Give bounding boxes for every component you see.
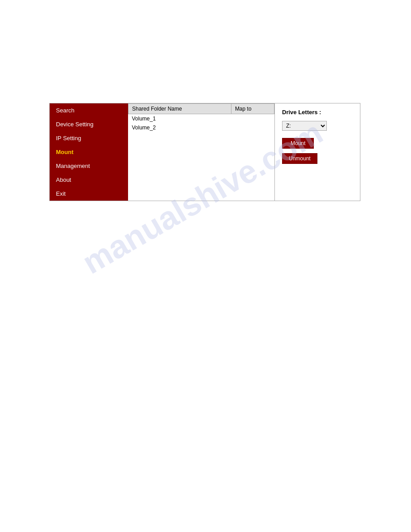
folder-name-cell: Volume_1 bbox=[128, 114, 231, 124]
sidebar: Search Device Setting IP Setting Mount M… bbox=[50, 103, 128, 201]
sidebar-item-management[interactable]: Management bbox=[50, 159, 128, 173]
drive-select[interactable]: Z:Y:X:W:V:U:T:S: bbox=[282, 121, 327, 131]
drive-panel: Drive Letters : Z:Y:X:W:V:U:T:S: Mount U… bbox=[275, 103, 360, 201]
drive-letters-label: Drive Letters : bbox=[282, 109, 321, 116]
drive-select-wrapper: Z:Y:X:W:V:U:T:S: bbox=[282, 121, 327, 131]
col-header-shared-folder-name: Shared Folder Name bbox=[128, 104, 231, 114]
folder-panel: Shared Folder Name Map to Volume_1Volume… bbox=[128, 103, 275, 201]
sidebar-item-exit[interactable]: Exit bbox=[50, 187, 128, 201]
map-to-cell bbox=[231, 123, 274, 132]
map-to-cell bbox=[231, 114, 274, 124]
sidebar-item-mount[interactable]: Mount bbox=[50, 145, 128, 159]
unmount-button[interactable]: Unmount bbox=[282, 153, 317, 164]
folder-table: Shared Folder Name Map to Volume_1Volume… bbox=[128, 103, 274, 132]
sidebar-item-device-setting[interactable]: Device Setting bbox=[50, 117, 128, 131]
folder-name-cell: Volume_2 bbox=[128, 123, 231, 132]
col-header-map-to: Map to bbox=[231, 104, 274, 114]
table-row[interactable]: Volume_1 bbox=[128, 114, 274, 124]
sidebar-item-search[interactable]: Search bbox=[50, 103, 128, 117]
sidebar-item-about[interactable]: About bbox=[50, 173, 128, 187]
main-content: Shared Folder Name Map to Volume_1Volume… bbox=[128, 103, 360, 201]
app-container: Search Device Setting IP Setting Mount M… bbox=[49, 103, 360, 201]
mount-button[interactable]: Mount bbox=[282, 138, 314, 149]
table-row[interactable]: Volume_2 bbox=[128, 123, 274, 132]
sidebar-item-ip-setting[interactable]: IP Setting bbox=[50, 131, 128, 145]
